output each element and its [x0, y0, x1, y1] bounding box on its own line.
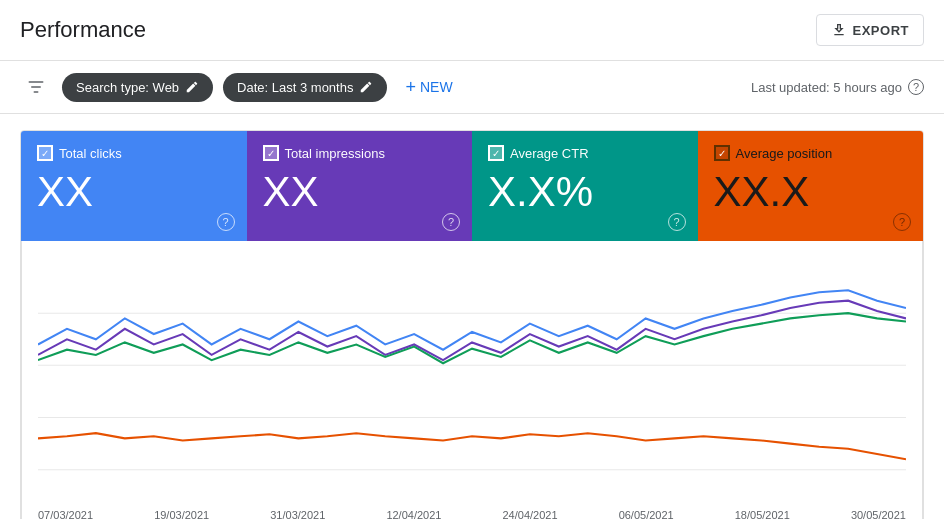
x-label-7: 18/05/2021 [735, 509, 790, 519]
metric-header-clicks: ✓ Total clicks [37, 145, 231, 161]
last-updated: Last updated: 5 hours ago ? [751, 79, 924, 95]
metric-card-average-ctr: ✓ Average CTR X.X% ? [472, 131, 698, 241]
metric-header-ctr: ✓ Average CTR [488, 145, 682, 161]
metric-value-impressions: XX [263, 171, 457, 213]
search-type-filter[interactable]: Search type: Web [62, 73, 213, 102]
header: Performance EXPORT [0, 0, 944, 61]
new-button[interactable]: + NEW [397, 72, 460, 102]
export-button[interactable]: EXPORT [816, 14, 924, 46]
x-label-4: 12/04/2021 [386, 509, 441, 519]
export-icon [831, 22, 847, 38]
date-filter[interactable]: Date: Last 3 months [223, 73, 387, 102]
page-title: Performance [20, 17, 146, 43]
help-icon-clicks[interactable]: ? [217, 213, 235, 231]
help-icon-ctr[interactable]: ? [668, 213, 686, 231]
metric-card-total-clicks: ✓ Total clicks XX ? [21, 131, 247, 241]
check-icon-ctr: ✓ [488, 145, 504, 161]
metric-card-average-position: ✓ Average position XX.X ? [698, 131, 924, 241]
metric-value-ctr: X.X% [488, 171, 682, 213]
performance-panel: ✓ Total clicks XX ? ✓ Total impressions … [20, 130, 924, 519]
edit-icon [185, 80, 199, 94]
chart-container: 07/03/2021 19/03/2021 31/03/2021 12/04/2… [21, 241, 923, 519]
filter-icon [26, 77, 46, 97]
toolbar: Search type: Web Date: Last 3 months + N… [0, 61, 944, 114]
help-icon-position[interactable]: ? [893, 213, 911, 231]
check-icon-position: ✓ [714, 145, 730, 161]
x-label-5: 24/04/2021 [503, 509, 558, 519]
x-axis-labels: 07/03/2021 19/03/2021 31/03/2021 12/04/2… [38, 505, 906, 519]
x-label-6: 06/05/2021 [619, 509, 674, 519]
metric-value-clicks: XX [37, 171, 231, 213]
check-icon-clicks: ✓ [37, 145, 53, 161]
help-icon-impressions[interactable]: ? [442, 213, 460, 231]
metric-header-impressions: ✓ Total impressions [263, 145, 457, 161]
metric-header-position: ✓ Average position [714, 145, 908, 161]
last-updated-info-icon[interactable]: ? [908, 79, 924, 95]
line-impressions [38, 301, 906, 360]
x-label-1: 07/03/2021 [38, 509, 93, 519]
line-position [38, 433, 906, 459]
performance-chart [38, 261, 906, 501]
x-label-8: 30/05/2021 [851, 509, 906, 519]
x-label-2: 19/03/2021 [154, 509, 209, 519]
edit-icon-date [359, 80, 373, 94]
filter-button[interactable] [20, 71, 52, 103]
metric-card-total-impressions: ✓ Total impressions XX ? [247, 131, 473, 241]
x-label-3: 31/03/2021 [270, 509, 325, 519]
main-content: ✓ Total clicks XX ? ✓ Total impressions … [0, 114, 944, 519]
metric-cards: ✓ Total clicks XX ? ✓ Total impressions … [21, 131, 923, 241]
metric-value-position: XX.X [714, 171, 908, 213]
check-icon-impressions: ✓ [263, 145, 279, 161]
